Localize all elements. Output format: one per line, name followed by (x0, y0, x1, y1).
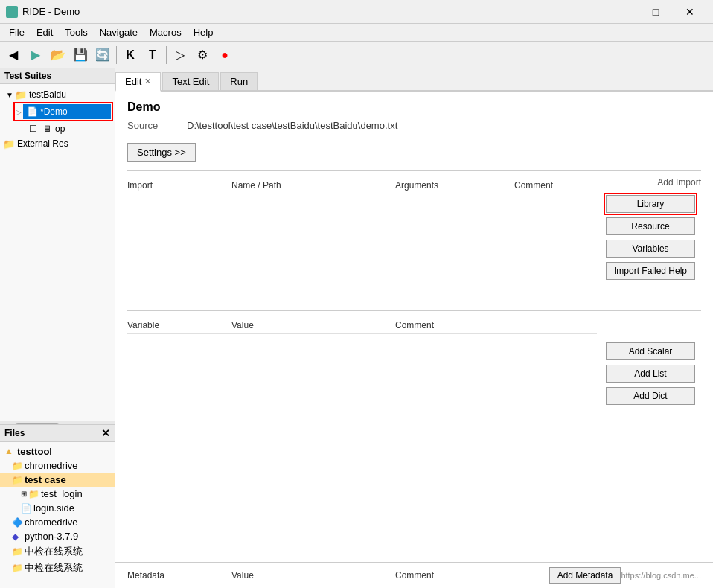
toolbar-forward-btn[interactable]: ▶ (25, 45, 46, 65)
metadata-col-headers: Metadata Value Comment (127, 570, 540, 581)
toolbar-separator (116, 46, 117, 64)
add-dict-button[interactable]: Add Dict (606, 387, 695, 405)
files-item-zhongjian2[interactable]: 📁 中检在线系统 (0, 560, 115, 576)
tree-item-external[interactable]: 📁 External Res (0, 136, 115, 151)
variables-button[interactable]: Variables (606, 240, 695, 258)
import-col-headers: Import Name / Path Arguments Comment (127, 177, 597, 194)
files-item-zhongjian1[interactable]: 📁 中检在线系统 (0, 543, 115, 560)
files-label-chromedrive1: chromedrive (25, 460, 78, 471)
variable-table-area: Variable Value Comment (127, 317, 597, 431)
tree-item-op[interactable]: ☐ 🖥 op (0, 121, 115, 136)
tree-label-demo: *Demo (40, 106, 68, 117)
files-label-testcase: test case (25, 474, 66, 485)
col-namepath: Name / Path (231, 180, 395, 191)
files-item-python[interactable]: ◆ python-3.7.9 (0, 529, 115, 543)
tab-textedit[interactable]: Text Edit (162, 72, 219, 90)
menu-item-file[interactable]: File (3, 25, 31, 39)
files-item-testlogin[interactable]: ⊞ 📁 test_login (0, 487, 115, 501)
add-scalar-button[interactable]: Add Scalar (606, 342, 695, 360)
library-button[interactable]: Library (606, 195, 695, 213)
minimize-button[interactable]: — (604, 0, 639, 24)
toolbar-separator-2 (166, 46, 167, 64)
files-close-btn[interactable]: ✕ (101, 427, 110, 439)
tree-item-demo-wrapper: ▷ 📄 *Demo (0, 102, 115, 121)
tab-run[interactable]: Run (220, 72, 258, 90)
folder-icon-zj2: 📁 (12, 563, 22, 573)
files-item-chromedrive2[interactable]: 🔷 chromedrive (0, 515, 115, 529)
menu-item-help[interactable]: Help (188, 25, 220, 39)
menu-item-macros[interactable]: Macros (144, 25, 188, 39)
expand-icon: ▼ (6, 91, 13, 99)
menu-item-edit[interactable]: Edit (31, 25, 59, 39)
toolbar-k-btn[interactable]: K (120, 45, 141, 65)
menu-item-tools[interactable]: Tools (59, 25, 93, 39)
folder-icon-testtool: ▲ (3, 445, 15, 457)
tab-edit-label: Edit (125, 76, 141, 87)
op-icon: 🖥 (41, 123, 53, 135)
add-metadata-button[interactable]: Add Metadata (549, 567, 621, 584)
menu-bar: FileEditToolsNavigateMacrosHelp (0, 24, 713, 42)
files-item-testcase[interactable]: 📁 test case (0, 473, 115, 487)
tab-edit-close[interactable]: ✕ (144, 77, 151, 86)
window-controls: — □ ✕ (604, 0, 707, 24)
toolbar-save-btn[interactable]: 💾 (70, 45, 91, 65)
import-rows-area (127, 194, 597, 298)
settings-button[interactable]: Settings >> (127, 143, 196, 162)
add-list-button[interactable]: Add List (606, 365, 695, 383)
app-icon (6, 6, 18, 18)
col-meta-comment: Comment (395, 570, 540, 581)
col-variable: Variable (127, 320, 231, 330)
external-folder-icon: 📁 (3, 138, 15, 150)
left-panel: Test Suites ▼ 📁 testBaidu ▷ 📄 *Demo (0, 68, 115, 588)
col-import: Import (127, 180, 231, 191)
files-item-loginside[interactable]: 📄 login.side (0, 501, 115, 515)
toolbar-t-btn[interactable]: T (142, 45, 163, 65)
tab-run-label: Run (230, 76, 248, 87)
tree-item-demo-outline: ▷ 📄 *Demo (15, 103, 112, 120)
files-item-chromedrive1[interactable]: 📁 chromedrive (0, 458, 115, 473)
files-label-testlogin: test_login (41, 488, 83, 499)
files-label-testtool: testtool (17, 446, 52, 457)
variable-table-with-sidebar: Variable Value Comment Add Scalar Add Li… (127, 317, 701, 431)
files-label: Files (4, 428, 25, 438)
files-label-python: python-3.7.9 (25, 531, 78, 542)
variable-rows-area (127, 334, 597, 431)
source-label: Source (127, 120, 187, 131)
tab-edit[interactable]: Edit ✕ (115, 72, 161, 92)
window-title: RIDE - Demo (22, 6, 604, 17)
demo-section: Demo Source D:\testtool\test case\testBa… (115, 92, 713, 588)
main-content: Demo Source D:\testtool\test case\testBa… (115, 92, 713, 562)
menu-item-navigate[interactable]: Navigate (94, 25, 144, 39)
toolbar-open-btn[interactable]: 📂 (48, 45, 68, 65)
suite-icon: 📄 (26, 106, 38, 118)
tab-textedit-label: Text Edit (172, 76, 209, 87)
import-section: Import Name / Path Arguments Comment Add… (127, 170, 701, 298)
expand-icon-demo: ▷ (16, 108, 22, 116)
files-label-loginside: login.side (33, 502, 74, 514)
import-table-area: Import Name / Path Arguments Comment (127, 177, 597, 298)
files-item-testtool[interactable]: ▲ testtool (0, 444, 115, 458)
files-header: Files ✕ (0, 425, 115, 442)
close-button[interactable]: ✕ (673, 0, 707, 24)
maximize-button[interactable]: □ (639, 0, 673, 24)
tree-area: ▼ 📁 testBaidu ▷ 📄 *Demo ☐ (0, 84, 115, 421)
source-value: D:\testtool\test case\testBaidu\testBaid… (187, 120, 397, 131)
toolbar-run-btn[interactable]: ▷ (170, 45, 191, 65)
tree-item-demo[interactable]: 📄 *Demo (23, 104, 111, 119)
files-panel: Files ✕ ▲ testtool 📁 chromedrive 📁 test … (0, 424, 115, 588)
tree-item-testBaidu[interactable]: ▼ 📁 testBaidu (0, 87, 115, 102)
import-table-with-sidebar: Import Name / Path Arguments Comment Add… (127, 177, 701, 298)
toolbar-back-btn[interactable]: ◀ (3, 45, 24, 65)
expand-icon-testlogin: ⊞ (21, 490, 27, 498)
toolbar-gear-btn[interactable]: ⚙ (192, 45, 213, 65)
toolbar-refresh-btn[interactable]: 🔄 (92, 45, 113, 65)
add-import-label: Add Import (606, 177, 701, 188)
col-value: Value (231, 320, 395, 330)
tab-bar: Edit ✕ Text Edit Run (115, 68, 713, 92)
import-sidebar: Add Import Library Resource Variables Im… (597, 177, 701, 298)
import-failed-help-button[interactable]: Import Failed Help (606, 262, 695, 280)
toolbar: ◀ ▶ 📂 💾 🔄 K T ▷ ⚙ ● (0, 42, 713, 68)
col-arguments: Arguments (395, 180, 514, 191)
toolbar-stop-btn[interactable]: ● (214, 45, 235, 65)
resource-button[interactable]: Resource (606, 217, 695, 235)
